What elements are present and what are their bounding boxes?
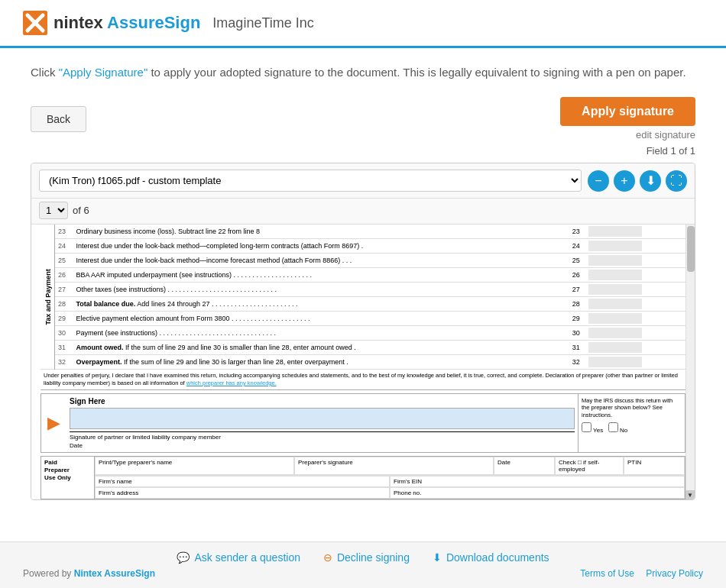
fullscreen-button[interactable]: ⛶ xyxy=(666,170,687,192)
nintex-logo-icon xyxy=(23,11,47,35)
powered-by: Powered by Nintex AssureSign xyxy=(23,568,155,579)
toolbar-icons: − + ⬇ ⛶ xyxy=(588,170,687,192)
brand-name: nintex AssureSign xyxy=(53,13,200,33)
penalty-text: Under penalties of perjury, I declare th… xyxy=(41,370,685,390)
document-body: Tax and Payment 23 Ordinary business inc… xyxy=(31,225,695,499)
scroll-down-arrow[interactable]: ▼ xyxy=(685,490,695,499)
header: nintex AssureSign ImagineTime Inc xyxy=(0,0,726,48)
ask-question-label: Ask sender a question xyxy=(194,551,300,564)
firm-ein-field: Firm's EIN xyxy=(390,476,685,487)
scrollbar-thumb xyxy=(687,226,695,272)
logo: nintex AssureSign ImagineTime Inc xyxy=(23,11,314,35)
yes-label: Yes xyxy=(593,427,603,434)
download-doc-icon: ⬇ xyxy=(433,551,442,564)
table-row: 31 Amount owed. If the sum of line 29 an… xyxy=(41,341,685,355)
paid-fields-area: Print/Type preparer's name Preparer's si… xyxy=(95,457,685,499)
paid-row-2: Firm's name Firm's EIN xyxy=(95,476,685,487)
footer: 💬 Ask sender a question ⊖ Decline signin… xyxy=(0,541,726,588)
paid-preparer-section: PaidPreparerUse Only Print/Type preparer… xyxy=(41,456,685,500)
paid-header-row: PaidPreparerUse Only Print/Type preparer… xyxy=(41,457,685,499)
form-content: Tax and Payment 23 Ordinary business inc… xyxy=(31,225,695,499)
paid-row-1: Print/Type preparer's name Preparer's si… xyxy=(95,457,685,476)
table-row: Tax and Payment 23 Ordinary business inc… xyxy=(41,225,685,239)
ptin-field: PTIN xyxy=(624,457,685,475)
terms-link[interactable]: Terms of Use xyxy=(580,568,634,579)
vertical-scrollbar[interactable]: ▼ xyxy=(685,225,695,499)
table-row: 25 Interest due under the look-back meth… xyxy=(41,254,685,268)
firm-address-field: Firm's address xyxy=(95,487,390,499)
ask-question-link[interactable]: 💬 Ask sender a question xyxy=(177,551,300,564)
table-row: 30 Payment (see instructions) . . . . . … xyxy=(41,326,685,341)
preparer-sig-field: Preparer's signature xyxy=(294,457,494,475)
no-label: No xyxy=(620,427,627,434)
date-row: Date xyxy=(70,442,575,449)
zoom-in-button[interactable]: + xyxy=(614,170,635,192)
table-row: 28 Total balance due. Add lines 24 throu… xyxy=(41,297,685,312)
decline-icon: ⊖ xyxy=(323,551,332,564)
no-checkbox[interactable] xyxy=(608,422,618,432)
table-row: 24 Interest due under the look-back meth… xyxy=(41,239,685,254)
decline-label: Decline signing xyxy=(337,551,410,564)
download-icon: ⬇ xyxy=(646,173,656,188)
doc-toolbar: (Kim Tron) f1065.pdf - custom template −… xyxy=(31,163,695,199)
minus-icon: − xyxy=(595,174,601,188)
page-row: 123456 of 6 xyxy=(31,199,695,225)
date-label: Date xyxy=(70,442,83,449)
date-field: Date xyxy=(494,457,555,475)
download-documents-link[interactable]: ⬇ Download documents xyxy=(433,551,549,564)
section-label: Tax and Payment xyxy=(41,225,55,370)
plus-icon: + xyxy=(621,174,627,188)
download-label: Download documents xyxy=(446,551,549,564)
preparer-name-field: Print/Type preparer's name xyxy=(95,457,294,475)
edit-signature-link[interactable]: edit signature xyxy=(636,129,695,141)
footer-links: 💬 Ask sender a question ⊖ Decline signin… xyxy=(23,551,703,564)
signature-box[interactable] xyxy=(70,408,575,429)
action-row: Back Apply signature edit signature xyxy=(31,97,695,141)
expand-icon: ⛶ xyxy=(670,174,682,188)
footer-bottom: Powered by Nintex AssureSign Terms of Us… xyxy=(23,568,703,579)
phone-field: Phone no. xyxy=(390,487,685,499)
right-actions: Apply signature edit signature xyxy=(560,97,695,141)
main-content: Click "Apply Signature" to apply your ad… xyxy=(0,48,726,508)
table-row: 26 BBA AAR imputed underpayment (see ins… xyxy=(41,268,685,283)
table-row: 27 Other taxes (see instructions) . . . … xyxy=(41,283,685,297)
yes-checkbox[interactable] xyxy=(582,422,591,432)
back-button[interactable]: Back xyxy=(31,106,86,132)
sign-here-section: ▶ Sign Here Signature of partner or limi… xyxy=(41,393,685,453)
page-select[interactable]: 123456 xyxy=(39,202,68,219)
sign-arrow: ▶ xyxy=(41,394,66,452)
table-row: 32 Overpayment. If the sum of line 29 an… xyxy=(41,355,685,370)
firm-name-field: Firm's name xyxy=(95,476,390,487)
table-row: 29 Elective payment election amount from… xyxy=(41,312,685,326)
paid-header-label: PaidPreparerUse Only xyxy=(41,457,95,499)
sign-underline: Signature of partner or limited liabilit… xyxy=(70,431,575,441)
paid-row-3: Firm's address Phone no. xyxy=(95,487,685,499)
self-employed-field: Check □ if self-employed xyxy=(555,457,624,475)
irs-discuss: May the IRS discuss this return with the… xyxy=(578,394,685,452)
document-viewer: (Kim Tron) f1065.pdf - custom template −… xyxy=(31,163,695,500)
decline-signing-link[interactable]: ⊖ Decline signing xyxy=(323,551,410,564)
irs-discuss-text: May the IRS discuss this return with the… xyxy=(582,397,682,419)
form-area: Tax and Payment 23 Ordinary business inc… xyxy=(31,225,695,499)
apply-signature-button[interactable]: Apply signature xyxy=(560,97,695,126)
sign-content: Sign Here Signature of partner or limite… xyxy=(66,394,578,452)
download-button[interactable]: ⬇ xyxy=(640,170,661,192)
form-table: Tax and Payment 23 Ordinary business inc… xyxy=(41,225,685,370)
field-indicator: Field 1 of 1 xyxy=(31,145,695,157)
client-name: ImagineTime Inc xyxy=(212,15,313,31)
page-total: of 6 xyxy=(73,205,89,216)
yes-no-row: Yes No xyxy=(582,422,682,434)
privacy-link[interactable]: Privacy Policy xyxy=(646,568,703,579)
instruction-text: Click "Apply Signature" to apply your ad… xyxy=(31,63,695,82)
chat-icon: 💬 xyxy=(177,551,190,564)
legal-links: Terms of Use Privacy Policy xyxy=(571,568,703,579)
document-select[interactable]: (Kim Tron) f1065.pdf - custom template xyxy=(39,170,582,192)
zoom-out-button[interactable]: − xyxy=(588,170,609,192)
brand-link: Nintex AssureSign xyxy=(74,568,155,579)
penalty-link[interactable]: which preparer has any knowledge. xyxy=(186,380,277,386)
sign-here-label: Sign Here xyxy=(70,397,575,405)
